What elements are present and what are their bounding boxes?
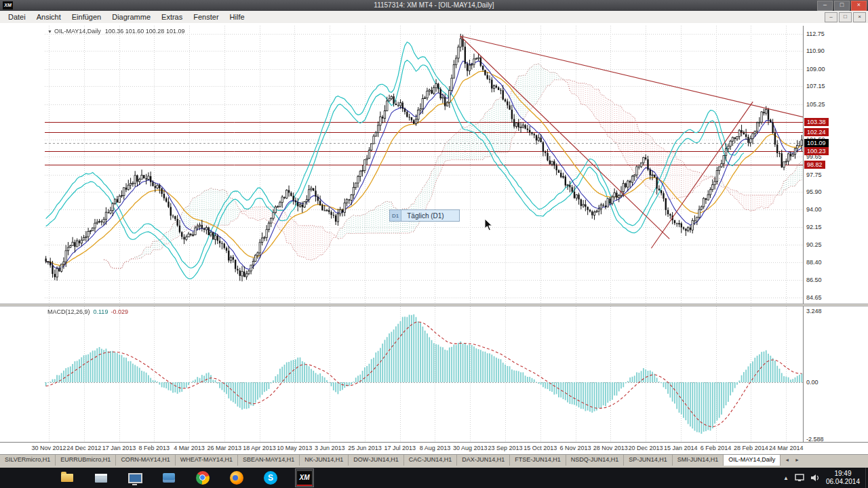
console-icon xyxy=(163,473,175,483)
symbol-tab-silvermicro,h1[interactable]: SILVERmicro,H1 xyxy=(0,455,56,466)
macd-scale-tick: 0.00 xyxy=(806,379,818,386)
timeframe-tooltip: D1 Täglich (D1) xyxy=(389,209,460,222)
symbol-tab-dax-jun14,h1[interactable]: DAX-JUN14,H1 xyxy=(457,455,510,466)
taskbar-libraries-button[interactable] xyxy=(92,469,110,487)
macd-signal-value: -0.029 xyxy=(111,308,128,315)
menubar: DateiAnsichtEinfügenDiagrammeExtrasFenst… xyxy=(0,11,868,24)
date-label: 24 Mar 2014 xyxy=(761,445,811,451)
menu-diagramme[interactable]: Diagramme xyxy=(106,12,156,22)
macd-value: 0.119 xyxy=(94,308,108,315)
price-tick: 110.90 xyxy=(806,47,825,54)
taskbar-skype-button[interactable]: S xyxy=(262,469,279,487)
folder-icon xyxy=(61,474,73,482)
symbol-tab-oil-may14,daily[interactable]: OIL-MAY14,Daily xyxy=(724,455,781,466)
menu-datei[interactable]: Datei xyxy=(3,12,31,22)
minimize-button[interactable]: – xyxy=(817,1,833,11)
price-tick: 95.90 xyxy=(806,188,822,195)
price-level-badge: 98.82 xyxy=(804,161,825,169)
symbol-tab-sbean-may14,h1[interactable]: SBEAN-MAY14,H1 xyxy=(238,455,300,466)
volume-tray-icon[interactable] xyxy=(810,474,820,482)
tooltip-label: Täglich (D1) xyxy=(401,212,458,220)
symbol-tab-nsdq-jun14,h1[interactable]: NSDQ-JUN14,H1 xyxy=(566,455,625,466)
symbol-tabbar: SILVERmicro,H1EURRUBmicro,H1CORN-MAY14,H… xyxy=(0,454,868,468)
price-level-badge: 103.38 xyxy=(804,118,829,126)
macd-chart-canvas[interactable] xyxy=(45,306,803,442)
mouse-cursor-icon xyxy=(484,218,494,232)
taskbar-chrome-button[interactable] xyxy=(194,469,212,487)
xm-logo-icon: XM xyxy=(296,470,313,486)
price-tick: 109.00 xyxy=(806,66,825,73)
price-tick: 84.65 xyxy=(806,294,822,301)
price-level-badge: 100.23 xyxy=(804,147,829,155)
symbol-tab-cac-jun14,h1[interactable]: CAC-JUN14,H1 xyxy=(404,455,458,466)
price-tick: 112.75 xyxy=(806,30,825,37)
symbol-tab-corn-may14,h1[interactable]: CORN-MAY14,H1 xyxy=(116,455,175,466)
window-controls: – □ × xyxy=(817,1,867,11)
symbol-tab-sp-jun14,h1[interactable]: SP-JUN14,H1 xyxy=(624,455,673,466)
symbol-ohlc-values: 100.36 101.60 100.28 101.09 xyxy=(105,28,185,35)
price-tick: 90.25 xyxy=(806,241,822,248)
taskbar-console-button[interactable] xyxy=(160,469,178,487)
show-desktop-strip[interactable] xyxy=(865,468,868,488)
price-level-badge: 102.24 xyxy=(804,128,829,136)
price-axis[interactable]: 112.75110.90109.00107.15105.25101.5099.6… xyxy=(803,26,868,304)
price-tick: 94.00 xyxy=(806,206,822,213)
symbol-tab-nk-jun14,h1[interactable]: NK-JUN14,H1 xyxy=(300,455,349,466)
macd-scale-tick: 3.248 xyxy=(806,308,822,314)
firefox-icon xyxy=(230,471,243,485)
symbol-name: OIL-MAY14,Daily xyxy=(54,28,101,35)
tab-scroll-arrows[interactable]: ◄ ► xyxy=(781,455,806,466)
menu-einfügen[interactable]: Einfügen xyxy=(66,12,106,22)
menu-items: DateiAnsichtEinfügenDiagrammeExtrasFenst… xyxy=(0,12,250,22)
main-chart-canvas[interactable] xyxy=(45,26,803,304)
price-tick: 92.15 xyxy=(806,224,822,230)
chrome-icon xyxy=(196,471,210,485)
network-tray-icon[interactable] xyxy=(795,474,804,482)
price-tick: 86.50 xyxy=(806,277,822,283)
mdi-minimize-button[interactable]: – xyxy=(825,12,837,22)
taskbar-firefox-button[interactable] xyxy=(228,469,245,487)
monitor-icon xyxy=(128,473,142,483)
symbol-tab-wheat-may14,h1[interactable]: WHEAT-MAY14,H1 xyxy=(176,455,238,466)
menu-ansicht[interactable]: Ansicht xyxy=(31,12,66,22)
mdi-controls: – □ × xyxy=(825,12,868,22)
taskbar-clock[interactable]: 19:49 06.04.2014 xyxy=(826,470,865,486)
symbol-tab-eurrubmicro,h1[interactable]: EURRUBmicro,H1 xyxy=(56,455,116,466)
date-axis[interactable]: 30 Nov 201224 Dec 201217 Jan 20138 Feb 2… xyxy=(0,442,868,454)
close-button[interactable]: × xyxy=(851,1,867,11)
chart-symbol-label: ▼OIL-MAY14,Daily100.36 101.60 100.28 101… xyxy=(47,28,184,35)
symbol-tab-smi-jun14,h1[interactable]: SMI-JUN14,H1 xyxy=(673,455,724,466)
macd-indicator-label: MACD(12,26,9)0.119-0.029 xyxy=(47,308,128,315)
price-tick: 97.75 xyxy=(806,171,822,178)
clock-time: 19:49 xyxy=(826,470,860,478)
desktop: XM 11157314: XM MT4 - [OIL-MAY14,Daily] … xyxy=(0,0,868,488)
taskbar: S XM xyxy=(0,468,868,488)
taskbar-media-button[interactable] xyxy=(126,469,144,487)
maximize-button[interactable]: □ xyxy=(834,1,850,11)
tooltip-key-chip: D1 xyxy=(390,210,401,221)
mdi-restore-button[interactable]: □ xyxy=(839,12,852,22)
system-tray: ▲ 19:49 06.04.2014 xyxy=(783,468,865,488)
skype-icon: S xyxy=(264,471,277,485)
app-icon: XM xyxy=(3,1,13,9)
symbol-tab-dow-jun14,h1[interactable]: DOW-JUN14,H1 xyxy=(349,455,403,466)
library-icon xyxy=(95,474,107,483)
price-tick: 105.25 xyxy=(806,101,825,108)
mdi-close-button[interactable]: × xyxy=(853,12,866,22)
window-title: 11157314: XM MT4 - [OIL-MAY14,Daily] xyxy=(0,0,868,11)
current-price-badge: 101.09 xyxy=(804,139,829,147)
price-tick: 88.40 xyxy=(806,259,822,266)
collapse-triangle-icon[interactable]: ▼ xyxy=(47,29,52,34)
menu-hilfe[interactable]: Hilfe xyxy=(224,12,250,22)
tray-chevron-icon[interactable]: ▲ xyxy=(783,475,789,481)
titlebar: XM 11157314: XM MT4 - [OIL-MAY14,Daily] … xyxy=(0,0,868,11)
taskbar-xm-terminal-button[interactable]: XM xyxy=(296,469,313,487)
clock-date: 06.04.2014 xyxy=(826,478,860,486)
menu-fenster[interactable]: Fenster xyxy=(188,12,224,22)
taskbar-file-explorer-button[interactable] xyxy=(58,469,76,487)
menu-extras[interactable]: Extras xyxy=(156,12,188,22)
macd-name: MACD(12,26,9) xyxy=(47,308,90,315)
price-tick: 107.15 xyxy=(806,83,825,89)
symbol-tab-ftse-jun14,h1[interactable]: FTSE-JUN14,H1 xyxy=(510,455,566,466)
macd-axis[interactable]: 3.2480.00-2.588 xyxy=(803,306,868,442)
